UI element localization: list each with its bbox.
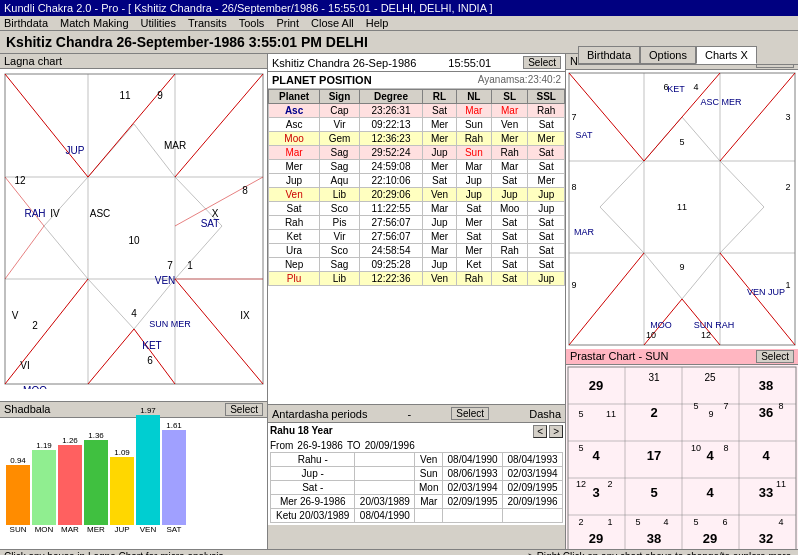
shadbala-header: Shadbala Select	[0, 402, 267, 418]
svg-text:33: 33	[759, 485, 773, 500]
navamsa-panel: Navamsa Chart Select	[566, 54, 798, 349]
svg-text:11: 11	[119, 90, 131, 101]
svg-text:VEN: VEN	[155, 275, 176, 286]
statusbar-right: > Right Click on any chart above to chan…	[528, 551, 794, 555]
svg-text:8: 8	[571, 182, 576, 192]
table-row: Ura Sco 24:58:54 Mar Mer Rah Sat	[269, 244, 565, 258]
svg-text:8: 8	[242, 185, 248, 196]
shadbala-bars: 0.94 SUN 1.19 MON 1.26 MAR	[0, 418, 267, 538]
svg-text:9: 9	[708, 409, 713, 419]
svg-text:12: 12	[576, 479, 586, 489]
svg-text:8: 8	[723, 443, 728, 453]
svg-text:KET: KET	[667, 84, 685, 94]
lagna-chart-title: Lagna chart	[0, 54, 267, 69]
svg-text:7: 7	[723, 401, 728, 411]
statusbar-left: Click any house in Lagna Chart for micro…	[4, 551, 226, 555]
menu-help[interactable]: Help	[366, 17, 389, 29]
svg-text:10: 10	[128, 235, 140, 246]
col-planet: Planet	[269, 90, 320, 104]
tab-options[interactable]: Options	[640, 46, 696, 64]
svg-text:5: 5	[578, 443, 583, 453]
titlebar: Kundli Chakra 2.0 - Pro - [ Kshitiz Chan…	[0, 0, 798, 16]
table-row: Asc Cap 23:26:31 Sat Mar Mar Rah	[269, 104, 565, 118]
svg-text:2: 2	[607, 479, 612, 489]
svg-text:8: 8	[778, 401, 783, 411]
menu-closeall[interactable]: Close All	[311, 17, 354, 29]
svg-text:5: 5	[679, 137, 684, 147]
svg-text:JUP: JUP	[66, 145, 85, 156]
lagna-chart-svg[interactable]: 11 9 JUP MAR 12 IV RAH ASC 8 X SAT 10 1 …	[0, 69, 267, 389]
statusbar: Click any house in Lagna Chart for micro…	[0, 549, 798, 555]
table-row: Moo Gem 12:36:23 Mer Rah Mer Mer	[269, 132, 565, 146]
prastar-title: Prastar Chart - SUN Select	[566, 349, 798, 365]
menu-matchmaking[interactable]: Match Making	[60, 17, 128, 29]
chart-name: Kshitiz Chandra 26-Sep-1986	[272, 57, 416, 69]
svg-text:MAR: MAR	[164, 140, 186, 151]
svg-text:4: 4	[778, 517, 783, 527]
col-rl: RL	[423, 90, 457, 104]
menu-print[interactable]: Print	[276, 17, 299, 29]
svg-text:2: 2	[32, 320, 38, 331]
svg-text:29: 29	[589, 378, 603, 393]
svg-text:31: 31	[648, 372, 660, 383]
antardasha-select-btn[interactable]: Select	[451, 407, 489, 420]
table-row: Jup - Sun 08/06/1993 02/03/1994	[271, 467, 563, 481]
col-degree: Degree	[359, 90, 422, 104]
menu-utilities[interactable]: Utilities	[141, 17, 176, 29]
svg-text:6: 6	[147, 355, 153, 366]
svg-text:12: 12	[14, 175, 26, 186]
svg-text:VEN JUP: VEN JUP	[747, 287, 785, 297]
svg-text:11: 11	[776, 479, 786, 489]
svg-text:38: 38	[759, 378, 773, 393]
shadbala-select[interactable]: Select	[225, 403, 263, 416]
planet-table-container: Planet Sign Degree RL NL SL SSL Asc Cap …	[268, 89, 565, 404]
antardasha-prev[interactable]: <	[533, 425, 547, 438]
menu-tools[interactable]: Tools	[239, 17, 265, 29]
svg-text:4: 4	[592, 448, 600, 463]
bar-saturn: 1.61 SAT	[162, 421, 186, 534]
col-ssl: SSL	[528, 90, 565, 104]
table-row: Jup Aqu 22:10:06 Sat Jup Sat Mer	[269, 174, 565, 188]
table-row: Ketu 20/03/1989 08/04/1990	[271, 509, 563, 523]
svg-text:5: 5	[693, 517, 698, 527]
svg-text:11: 11	[677, 202, 687, 212]
svg-text:36: 36	[759, 405, 773, 420]
svg-text:32: 32	[759, 531, 773, 546]
bar-sun: 0.94 SUN	[6, 456, 30, 534]
svg-text:17: 17	[647, 448, 661, 463]
menu-transits[interactable]: Transits	[188, 17, 227, 29]
tab-charts[interactable]: Charts X	[696, 46, 757, 64]
table-row: Mer 26-9-1986 20/03/1989 Mar 02/09/1995 …	[271, 495, 563, 509]
svg-text:10: 10	[646, 330, 656, 340]
svg-text:9: 9	[571, 280, 576, 290]
menu-birthdata[interactable]: Birthdata	[4, 17, 48, 29]
bar-venus: 1.97 VEN	[136, 406, 160, 534]
bar-mercury: 1.36 MER	[84, 431, 108, 534]
chart-select-btn[interactable]: Select	[523, 56, 561, 69]
bar-mars: 1.26 MAR	[58, 436, 82, 534]
svg-text:2: 2	[578, 517, 583, 527]
tab-birthdata[interactable]: Birthdata	[578, 46, 640, 64]
table-row: Rah Pis 27:56:07 Jup Mer Sat Sat	[269, 216, 565, 230]
planet-table: Planet Sign Degree RL NL SL SSL Asc Cap …	[268, 89, 565, 286]
bar-jupiter: 1.09 JUP	[110, 448, 134, 534]
planet-position-header: PLANET POSITION Ayanamsa:23:40:2	[268, 72, 565, 89]
svg-text:4: 4	[762, 448, 770, 463]
prastar-select-btn[interactable]: Select	[756, 350, 794, 363]
bar-moon: 1.19 MON	[32, 441, 56, 534]
table-row: Sat Sco 11:22:55 Mar Sat Moo Jup	[269, 202, 565, 216]
col-sl: SL	[491, 90, 528, 104]
svg-text:4: 4	[706, 485, 714, 500]
prastar-chart[interactable]: 29 31 25 38 5 11 2 5 9 7 36 8	[566, 365, 798, 549]
svg-text:5: 5	[578, 409, 583, 419]
antardasha-next[interactable]: >	[549, 425, 563, 438]
table-row: Plu Lib 12:22:36 Ven Rah Sat Jup	[269, 272, 565, 286]
col-nl: NL	[456, 90, 491, 104]
antardasha-content: Rahu 18 Year < > From 26-9-1986 TO 20/09…	[268, 423, 565, 525]
antardasha-table: Rahu - Ven 08/04/1990 08/04/1993 Jup - S…	[270, 452, 563, 523]
table-row: Mar Sag 29:52:24 Jup Sun Rah Sat	[269, 146, 565, 160]
table-row: Ven Lib 20:29:06 Ven Jup Jup Jup	[269, 188, 565, 202]
svg-text:SAT: SAT	[576, 130, 593, 140]
lagna-chart-panel: Lagna chart	[0, 54, 267, 401]
navamsa-chart[interactable]: KET ASC MER SAT MAR VEN JUP MOO SUN RAH …	[566, 70, 798, 349]
